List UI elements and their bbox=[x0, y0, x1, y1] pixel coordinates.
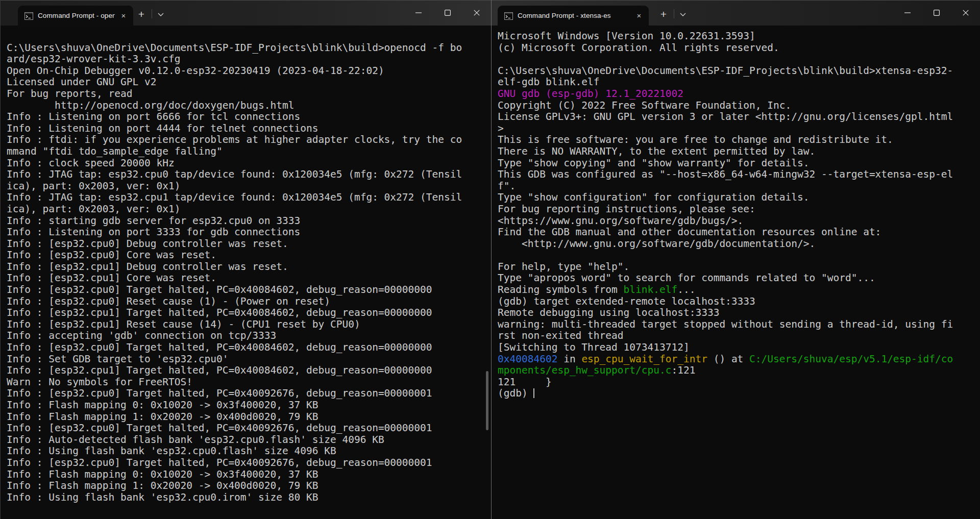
close-button[interactable] bbox=[951, 0, 980, 26]
console-output: Microsoft Windows [Version 10.0.22631.35… bbox=[492, 26, 980, 405]
new-tab-button[interactable]: + bbox=[133, 7, 150, 22]
terminal-gdb[interactable]: Microsoft Windows [Version 10.0.22631.35… bbox=[492, 26, 980, 519]
maximize-icon bbox=[934, 10, 940, 16]
chevron-down-icon bbox=[158, 13, 164, 16]
maximize-button[interactable] bbox=[433, 0, 462, 26]
titlebar[interactable]: Command Prompt - xtensa-es × + bbox=[492, 0, 980, 26]
caption-buttons bbox=[893, 0, 980, 26]
scrollbar-thumb[interactable] bbox=[486, 371, 488, 430]
minimize-button[interactable] bbox=[404, 0, 433, 26]
new-tab-button[interactable]: + bbox=[655, 7, 672, 22]
tab-title: Command Prompt - openocd bbox=[38, 12, 115, 19]
maximize-button[interactable] bbox=[922, 0, 951, 26]
tab-title: Command Prompt - xtensa-es bbox=[518, 12, 630, 19]
console-output: C:\Users\shuva\OneDrive\Documents\ESP-ID… bbox=[1, 26, 491, 508]
caption-buttons bbox=[404, 0, 491, 26]
command-prompt-icon bbox=[504, 12, 513, 20]
tab-command-prompt-openocd[interactable]: Command Prompt - openocd × bbox=[18, 6, 133, 26]
tab-dropdown-button[interactable] bbox=[674, 7, 692, 22]
titlebar[interactable]: Command Prompt - openocd × + bbox=[1, 0, 491, 26]
command-prompt-icon bbox=[24, 12, 33, 20]
window-openocd: Command Prompt - openocd × + C:\Users\sh… bbox=[0, 0, 491, 519]
maximize-icon bbox=[445, 10, 451, 16]
plus-icon: + bbox=[138, 9, 144, 19]
terminal-cursor bbox=[533, 388, 534, 398]
tab-close-icon[interactable]: × bbox=[634, 12, 644, 19]
terminal-openocd[interactable]: C:\Users\shuva\OneDrive\Documents\ESP-ID… bbox=[1, 26, 491, 519]
chevron-down-icon bbox=[680, 13, 686, 16]
tab-dropdown-button[interactable] bbox=[152, 7, 169, 22]
plus-icon: + bbox=[660, 9, 667, 19]
minimize-button[interactable] bbox=[893, 0, 922, 26]
tab-command-prompt-xtensa[interactable]: Command Prompt - xtensa-es × bbox=[498, 6, 649, 26]
minimize-icon bbox=[904, 12, 911, 13]
close-icon bbox=[474, 10, 480, 16]
tab-close-icon[interactable]: × bbox=[119, 12, 128, 19]
window-gdb: Command Prompt - xtensa-es × + Microsoft… bbox=[491, 0, 980, 519]
close-button[interactable] bbox=[462, 0, 491, 26]
minimize-icon bbox=[415, 12, 422, 13]
close-icon bbox=[963, 10, 969, 16]
